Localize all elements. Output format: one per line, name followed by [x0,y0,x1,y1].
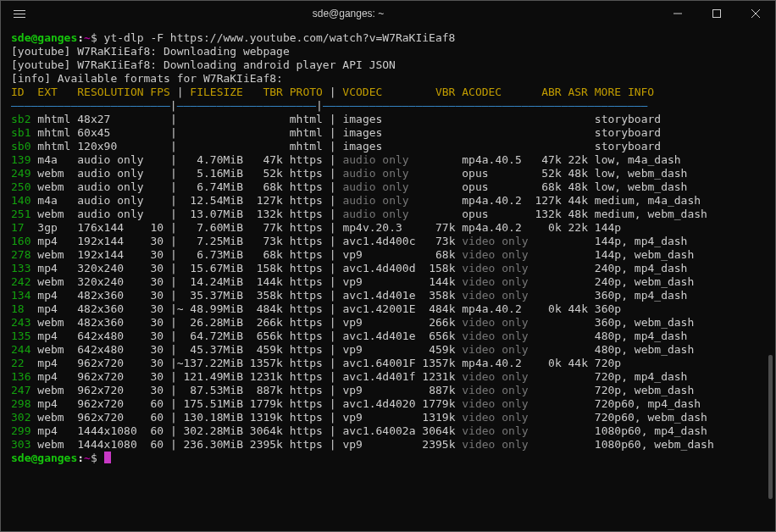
format-row: 242 webm 320x240 30 | 14.24MiB 144k http… [11,275,765,289]
format-row: 18 mp4 482x360 30 |~ 48.99MiB 484k https… [11,302,765,316]
format-row: 139 m4a audio only | 4.70MiB 47k https |… [11,153,765,167]
format-row: 298 mp4 962x720 60 | 175.51MiB 1779k htt… [11,397,765,411]
format-row: 250 webm audio only | 6.74MiB 68k https … [11,180,765,194]
titlebar: sde@ganges: ~ [1,1,775,26]
window-title: sde@ganges: ~ [38,8,658,19]
format-row: 303 webm 1444x1080 60 | 236.30MiB 2395k … [11,438,765,452]
format-row: sb0 mhtml 120x90 | mhtml | images storyb… [11,140,765,153]
format-row: 140 m4a audio only | 12.54MiB 127k https… [11,194,765,208]
format-row: 160 mp4 192x144 30 | 7.25MiB 73k https |… [11,235,765,248]
scrollbar[interactable] [768,355,773,499]
format-row: sb2 mhtml 48x27 | mhtml | images storybo… [11,113,765,126]
format-row: 299 mp4 1444x1080 60 | 302.28MiB 3064k h… [11,424,765,438]
format-row: 247 webm 962x720 30 | 87.53MiB 887k http… [11,384,765,397]
format-row: 134 mp4 482x360 30 | 35.37MiB 358k https… [11,289,765,302]
minimize-button[interactable] [658,1,697,26]
svg-rect-1 [713,10,721,18]
close-button[interactable] [736,1,775,26]
format-row: 133 mp4 320x240 30 | 15.67MiB 158k https… [11,262,765,275]
cursor [104,452,111,463]
format-row: 135 mp4 642x480 30 | 64.72MiB 656k https… [11,330,765,343]
format-row: sb1 mhtml 60x45 | mhtml | images storybo… [11,126,765,140]
format-row: 244 webm 642x480 30 | 45.37MiB 459k http… [11,343,765,357]
format-row: 243 webm 482x360 30 | 26.28MiB 266k http… [11,316,765,330]
format-row: 17 3gp 176x144 10 | 7.60MiB 77k https | … [11,221,765,235]
format-row: 249 webm audio only | 5.16MiB 52k https … [11,167,765,180]
maximize-button[interactable] [697,1,736,26]
terminal-output[interactable]: sde@ganges:~$ yt-dlp -F https://www.yout… [1,26,775,465]
format-row: 22 mp4 962x720 30 |~137.22MiB 1357k http… [11,357,765,370]
format-row: 251 webm audio only | 13.07MiB 132k http… [11,208,765,221]
hamburger-menu[interactable] [1,8,38,20]
format-row: 302 webm 962x720 60 | 130.18MiB 1319k ht… [11,411,765,424]
format-row: 136 mp4 962x720 30 | 121.49MiB 1231k htt… [11,370,765,384]
format-row: 278 webm 192x144 30 | 6.73MiB 68k https … [11,248,765,262]
